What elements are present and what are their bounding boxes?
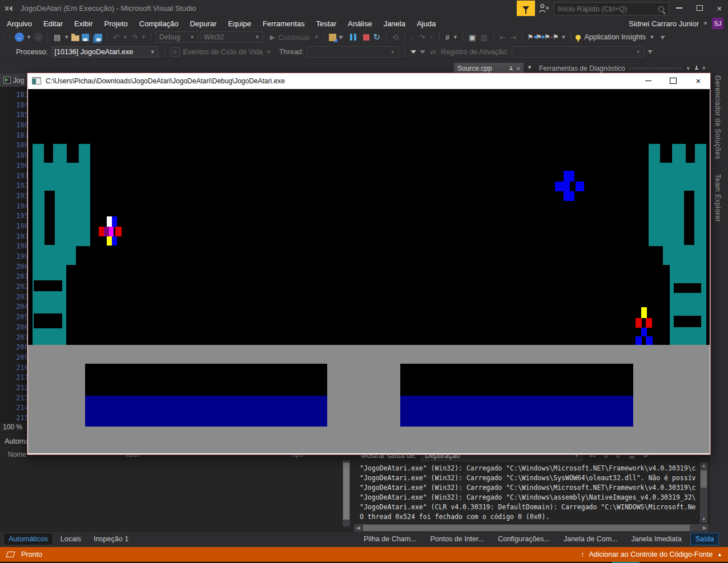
toolbar-grip[interactable]: ⋮⋮ bbox=[2, 49, 11, 55]
step-over-icon[interactable]: ↷ bbox=[417, 33, 426, 42]
autos-scrollbar[interactable] bbox=[343, 460, 350, 526]
toolbar-overflow-icon[interactable]: ▼ bbox=[660, 36, 665, 39]
game-close-button[interactable]: × bbox=[694, 77, 702, 85]
chevron-down-icon[interactable]: ▼ bbox=[314, 34, 319, 40]
bookmark-icon[interactable]: ⚑ bbox=[527, 33, 533, 41]
step-into-icon[interactable]: ↓ bbox=[409, 33, 416, 42]
menu-item[interactable]: Análise bbox=[342, 18, 378, 30]
thread-combo[interactable]: ▼ bbox=[307, 46, 399, 58]
editor-zoom-control[interactable]: 100 % bbox=[0, 423, 26, 432]
panel-tab[interactable]: Janela de Com... bbox=[558, 533, 623, 545]
chevron-down-icon[interactable]: ▼ bbox=[141, 34, 146, 40]
menu-item[interactable]: Projeto bbox=[99, 18, 134, 30]
show-next-statement-icon[interactable]: ⟲ bbox=[391, 33, 400, 42]
avatar[interactable]: SJ bbox=[712, 18, 723, 29]
side-tab[interactable]: Gerenciador de Soluções bbox=[711, 73, 724, 162]
chevron-down-icon[interactable]: ▼ bbox=[649, 34, 654, 40]
chevron-down-icon[interactable]: ▼ bbox=[686, 66, 691, 71]
navigate-forward-icon[interactable]: → bbox=[34, 33, 43, 42]
toolbar-overflow-icon[interactable]: ▼ bbox=[339, 36, 344, 39]
output-horizontal-scrollbar[interactable]: ◀ ▶ bbox=[354, 524, 709, 532]
save-all-icon[interactable] bbox=[95, 34, 102, 41]
scrollbar-thumb[interactable] bbox=[343, 463, 349, 520]
menu-item[interactable]: Testar bbox=[311, 18, 342, 30]
indent-increase-icon[interactable]: ⇥ bbox=[509, 33, 518, 42]
output-log[interactable]: "JogoDeAtari.exe" (Win32): Carregado "C:… bbox=[360, 464, 700, 523]
game-window[interactable]: C:\Users\Pichau\Downloads\JogoDeAtari\Jo… bbox=[27, 73, 711, 455]
scrollbar-thumb[interactable] bbox=[701, 470, 707, 488]
menu-item[interactable]: Ferramentas bbox=[257, 18, 311, 30]
application-insights-button[interactable]: Application Insights bbox=[583, 33, 647, 41]
chevron-down-icon[interactable]: ▼ bbox=[453, 34, 458, 40]
close-icon[interactable]: × bbox=[517, 66, 520, 72]
side-tab[interactable]: Team Explorer bbox=[711, 172, 724, 224]
quick-launch-input[interactable] bbox=[554, 5, 658, 13]
scroll-down-icon[interactable]: ▼ bbox=[700, 516, 707, 523]
undo-icon[interactable]: ↶ bbox=[112, 33, 120, 42]
panel-tab[interactable]: Automáticos bbox=[3, 533, 53, 545]
scroll-left-icon[interactable]: ◀ bbox=[354, 524, 362, 532]
step-out-icon[interactable]: ↑ bbox=[428, 33, 435, 42]
scroll-right-icon[interactable]: ▶ bbox=[701, 524, 709, 532]
activation-record-combo[interactable]: ▼ bbox=[512, 46, 644, 58]
code-editor[interactable]: 1831841851861871881891901911921931941951… bbox=[0, 87, 27, 433]
indent-decrease-icon[interactable]: ⇤ bbox=[498, 33, 507, 42]
toolbar-grip[interactable]: ⋮⋮ bbox=[2, 34, 11, 41]
open-file-icon[interactable] bbox=[71, 35, 79, 41]
scroll-up-icon[interactable]: ▲ bbox=[700, 463, 707, 469]
quick-launch-box[interactable] bbox=[554, 2, 669, 15]
pin-icon[interactable] bbox=[694, 66, 699, 71]
navigate-back-icon[interactable]: ← bbox=[15, 33, 24, 42]
breakpoints-icon[interactable]: # bbox=[444, 33, 451, 42]
column-header-name[interactable]: Nome bbox=[8, 451, 26, 459]
clear-bookmarks-icon[interactable]: ×⚑ bbox=[553, 33, 559, 41]
solution-platform-combo[interactable]: Win32▼ bbox=[200, 31, 263, 43]
game-minimize-button[interactable] bbox=[644, 77, 652, 85]
menu-item[interactable]: Editar bbox=[38, 18, 69, 30]
filter-threads-icon[interactable] bbox=[411, 50, 416, 54]
panel-tab[interactable]: Locais bbox=[55, 533, 86, 545]
flag-threads-icon[interactable]: ⇄ bbox=[429, 47, 437, 56]
source-control-button[interactable]: ↑ Adicionar ao Controle do Código-Fonte … bbox=[581, 550, 722, 558]
save-icon[interactable] bbox=[82, 34, 89, 41]
panel-tab[interactable]: Inspeção 1 bbox=[89, 533, 134, 545]
scrollbar-thumb[interactable] bbox=[363, 525, 690, 531]
chevron-down-icon[interactable]: ▼ bbox=[26, 34, 31, 40]
chevron-down-icon[interactable]: ▼ bbox=[266, 49, 271, 55]
chevron-down-icon[interactable]: ▼ bbox=[123, 34, 128, 40]
restore-button[interactable] bbox=[691, 0, 708, 16]
application-insights-icon[interactable] bbox=[576, 35, 581, 40]
output-vertical-scrollbar[interactable]: ▲ ▼ bbox=[700, 463, 707, 523]
break-all-icon[interactable] bbox=[350, 34, 356, 41]
lifecycle-events-button[interactable]: Eventos de Ciclo de Vida bbox=[183, 48, 263, 56]
close-button[interactable]: × bbox=[711, 0, 728, 16]
menu-item[interactable]: Arquivo bbox=[1, 18, 38, 30]
send-feedback-icon[interactable] bbox=[537, 3, 550, 14]
panel-tab[interactable]: Janela Imediata bbox=[626, 533, 686, 545]
tab-list-chevron-icon[interactable]: ▼ bbox=[527, 65, 532, 70]
close-icon[interactable]: × bbox=[702, 65, 706, 71]
user-account-area[interactable]: Sidnei Carraro Junior ▼ SJ bbox=[629, 17, 723, 30]
panel-tab[interactable]: Pontos de Inter... bbox=[425, 533, 489, 545]
panel-tab[interactable]: Configurações... bbox=[493, 533, 555, 545]
panel-tab[interactable]: Saída bbox=[690, 533, 719, 545]
chevron-down-icon[interactable]: ▼ bbox=[561, 34, 566, 40]
restart-icon[interactable]: ↻ bbox=[372, 32, 381, 42]
menu-item[interactable]: Depurar bbox=[184, 18, 222, 30]
panel-tab[interactable]: Lista de Erros bbox=[722, 533, 728, 545]
reset-filter-icon[interactable] bbox=[420, 50, 425, 54]
panel-tab[interactable]: Pilha de Cham... bbox=[359, 533, 421, 545]
solution-configuration-combo[interactable]: Debug▼ bbox=[156, 31, 198, 43]
menu-item[interactable]: Ajuda bbox=[411, 18, 441, 30]
process-combo[interactable]: [10136] JogoDeAtari.exe▼ bbox=[51, 46, 159, 58]
chevron-down-icon[interactable]: ▼ bbox=[64, 34, 69, 40]
minimize-button[interactable] bbox=[670, 0, 687, 16]
pin-icon[interactable] bbox=[509, 66, 513, 71]
editor-tab-jogodeatari[interactable]: Jog bbox=[0, 74, 27, 87]
lifecycle-events-icon[interactable]: ⟳ bbox=[171, 47, 180, 57]
menu-item[interactable]: Janela bbox=[378, 18, 411, 30]
game-maximize-button[interactable] bbox=[669, 77, 677, 85]
find-in-files-icon[interactable]: ▥ bbox=[479, 33, 488, 42]
new-file-icon[interactable]: ▤ bbox=[53, 33, 62, 42]
menu-item[interactable]: Compilação bbox=[134, 18, 184, 30]
